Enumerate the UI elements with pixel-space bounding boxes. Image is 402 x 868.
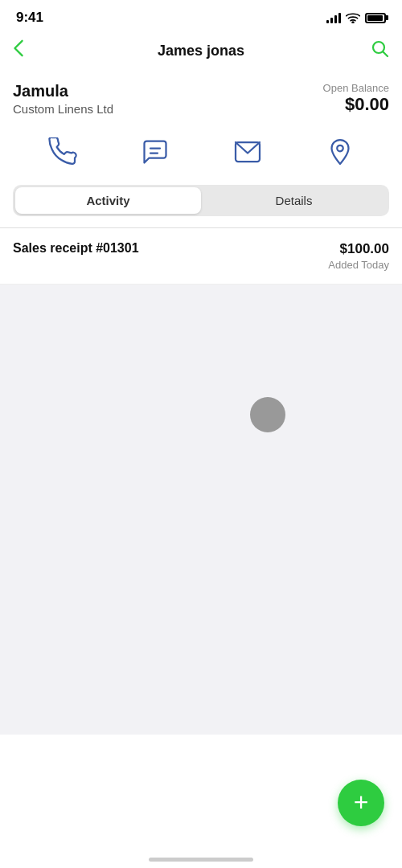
activity-list: Sales receipt #01301 $100.00 Added Today <box>0 228 402 285</box>
customer-info: Jamula Custom Linens Ltd <box>13 82 113 116</box>
activity-item-amount: $100.00 <box>340 241 389 257</box>
activity-item-info: Sales receipt #01301 <box>13 241 139 256</box>
battery-icon <box>365 13 386 23</box>
customer-company: Custom Linens Ltd <box>13 102 113 116</box>
location-button[interactable] <box>316 132 364 172</box>
message-button[interactable] <box>131 132 179 172</box>
wifi-icon <box>346 12 360 23</box>
back-button[interactable] <box>13 39 45 62</box>
add-fab-button[interactable]: + <box>338 780 384 826</box>
navigation-header: James jonas <box>0 32 402 72</box>
customer-section: Jamula Custom Linens Ltd Open Balance $0… <box>0 72 402 122</box>
balance-label: Open Balance <box>323 82 389 94</box>
tab-activity[interactable]: Activity <box>15 187 201 214</box>
signal-icon <box>326 12 341 23</box>
page-title: James jonas <box>158 43 244 59</box>
svg-point-0 <box>352 22 354 23</box>
activity-item-title: Sales receipt #01301 <box>13 241 139 256</box>
loading-area <box>0 285 402 735</box>
svg-line-2 <box>384 52 388 57</box>
search-button[interactable] <box>357 39 389 63</box>
activity-item-meta: $100.00 Added Today <box>328 241 389 271</box>
tab-bar: Activity Details <box>13 185 389 216</box>
activity-item-date: Added Today <box>328 259 389 271</box>
balance-amount: $0.00 <box>345 94 389 115</box>
status-time: 9:41 <box>16 10 43 26</box>
balance-section: Open Balance $0.00 <box>323 82 389 115</box>
home-indicator <box>149 858 253 862</box>
email-button[interactable] <box>224 132 272 172</box>
phone-button[interactable] <box>39 132 87 172</box>
status-icons <box>326 12 386 23</box>
status-bar: 9:41 <box>0 0 402 32</box>
action-icons-row <box>0 122 402 185</box>
svg-point-6 <box>337 145 343 152</box>
customer-name: Jamula <box>13 82 113 100</box>
tab-details[interactable]: Details <box>201 187 387 214</box>
loading-indicator <box>250 397 285 432</box>
add-icon: + <box>354 789 369 815</box>
activity-item[interactable]: Sales receipt #01301 $100.00 Added Today <box>0 228 402 285</box>
